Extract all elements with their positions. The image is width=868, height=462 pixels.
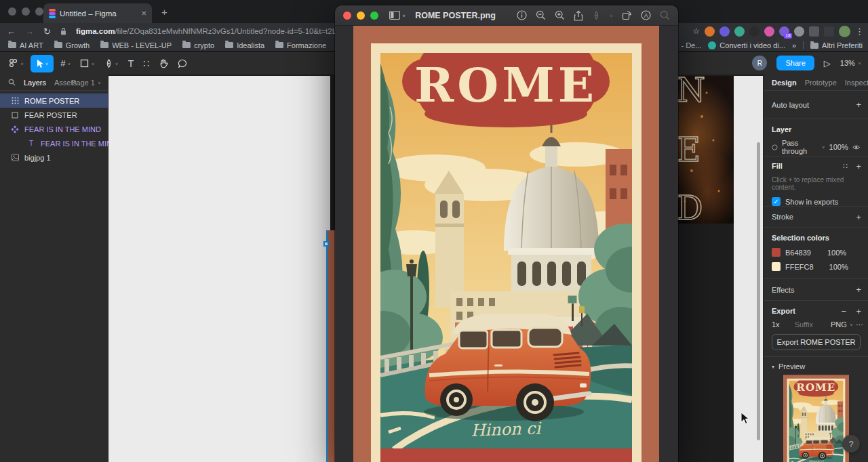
export-button[interactable]: Export ROME POSTER [772, 334, 861, 350]
selection-handle[interactable] [323, 241, 329, 247]
blend-mode-select[interactable]: Pass through [782, 139, 817, 155]
rotate-icon[interactable] [622, 10, 632, 20]
shape-tool-button[interactable]: ∨ [77, 59, 97, 68]
blend-mode-icon[interactable] [772, 144, 778, 151]
layer-row-component[interactable]: FEAR IS IN THE MIND [0, 122, 108, 136]
color-opacity[interactable]: 100% [829, 263, 848, 271]
pen-tool-button[interactable]: ∨ [102, 59, 121, 68]
extension-icon-5[interactable] [764, 26, 774, 37]
user-avatar[interactable]: R [752, 56, 767, 70]
bookmark-item[interactable]: crypto [182, 41, 214, 49]
new-tab-button[interactable]: + [161, 6, 167, 18]
canvas-scrollbar[interactable] [757, 142, 760, 440]
export-settings-icon[interactable]: ··· [856, 320, 863, 329]
tab-inspect[interactable]: Inspect [845, 79, 868, 87]
extension-icon-6[interactable]: 18 [779, 26, 789, 37]
tab-layers[interactable]: Layers [24, 79, 46, 87]
back-icon[interactable]: ← [7, 26, 16, 37]
tab-close-icon[interactable]: × [141, 8, 146, 18]
tab-design[interactable]: Design [772, 79, 797, 87]
eye-icon[interactable] [852, 144, 860, 150]
move-tool-button[interactable]: ∨ [31, 55, 54, 72]
zoom-out-icon[interactable] [536, 10, 546, 20]
canvas-frame-white[interactable] [108, 76, 330, 462]
color-swatch[interactable] [772, 248, 781, 257]
browser-close-button[interactable] [8, 7, 16, 16]
stroke-add-icon[interactable]: + [856, 212, 861, 222]
frame-tool-button[interactable]: # ∨ [58, 58, 73, 68]
effects-add-icon[interactable]: + [856, 285, 861, 295]
ql-minimize-button[interactable] [357, 12, 365, 20]
color-hex[interactable]: B64839 [785, 249, 811, 257]
page-selector[interactable]: Page 1 ∨ [71, 79, 101, 87]
search-icon[interactable] [8, 79, 16, 86]
export-scale-select[interactable]: 1x [772, 320, 780, 329]
color-hex[interactable]: FFEFC8 [785, 263, 814, 271]
zoom-menu[interactable]: 13% ∨ [840, 59, 861, 67]
present-play-icon[interactable]: ▷ [824, 58, 831, 68]
ql-zoom-button[interactable] [370, 12, 378, 20]
bookmark-item[interactable]: Idealista [225, 41, 264, 49]
forward-icon[interactable]: → [25, 26, 34, 37]
markup-chevron-icon[interactable]: ∨ [610, 13, 613, 17]
quicklook-titlebar[interactable]: ∨ ROME POSTER.png ∨ A [335, 5, 678, 26]
ql-sidebar-toggle[interactable]: ∨ [389, 11, 406, 20]
export-add-icon[interactable]: + [856, 306, 861, 316]
preview-caret-icon[interactable]: ▾ [772, 364, 774, 370]
reload-icon[interactable]: ↻ [43, 26, 51, 37]
comment-tool-button[interactable] [175, 59, 190, 68]
extension-icon-2[interactable] [719, 26, 730, 37]
text-icon: T [128, 58, 134, 69]
bookmark-item[interactable]: WEB - LEVEL-UP [100, 41, 172, 49]
hand-tool-button[interactable] [156, 58, 171, 68]
bookmark-item[interactable]: Growth [54, 41, 90, 49]
browser-profile-avatar[interactable] [839, 26, 850, 37]
export-remove-icon[interactable]: − [841, 306, 846, 316]
help-button[interactable]: ? [842, 435, 860, 453]
tab-prototype[interactable]: Prototype [805, 79, 837, 87]
bookmarks-overflow-icon[interactable]: » [792, 41, 796, 49]
layer-row-rome-poster[interactable]: ROME POSTER [0, 93, 108, 108]
markup-pen-icon[interactable] [592, 11, 601, 20]
bookmark-item[interactable]: Formazione [275, 41, 326, 49]
search-icon[interactable] [660, 10, 670, 20]
ql-close-button[interactable] [343, 12, 351, 20]
text-tool-button[interactable]: T [125, 58, 137, 69]
bookmark-item[interactable]: Converti i video di... [708, 41, 785, 49]
color-opacity[interactable]: 100% [827, 249, 846, 257]
show-in-exports-checkbox[interactable]: ✓ [772, 197, 781, 206]
bookmark-star-icon[interactable]: ☆ [692, 26, 700, 36]
layer-row-fear-poster[interactable]: FEAR POSTER [0, 108, 108, 122]
layer-row-bigjpg[interactable]: bigjpg 1 [0, 150, 108, 165]
annotate-icon[interactable]: A [641, 10, 651, 20]
browser-minimize-button[interactable] [22, 7, 30, 16]
auto-layout-add-icon[interactable]: + [856, 100, 861, 110]
export-format-select[interactable]: PNG [831, 320, 847, 329]
side-panel-icon[interactable] [824, 26, 834, 37]
extension-icon-4[interactable] [749, 26, 760, 37]
browser-zoom-button[interactable] [35, 7, 43, 16]
bookmark-item[interactable]: Altri Preferiti [810, 41, 863, 49]
main-menu-icon[interactable]: ∨ [5, 58, 26, 68]
fill-add-icon[interactable]: + [856, 161, 861, 171]
url-text[interactable]: figma.com/file/ZOqa831eMwhNfNMRz3vGs1/Un… [76, 27, 335, 35]
share-button[interactable]: Share [776, 56, 814, 70]
extension-icon-1[interactable] [705, 26, 715, 37]
bookmark-item[interactable]: AI ART [8, 41, 43, 49]
extension-icon-7[interactable] [794, 26, 804, 37]
share-icon[interactable] [574, 10, 583, 21]
browser-menu-icon[interactable]: ⋮ [855, 26, 864, 37]
layer-row-text[interactable]: T FEAR IS IN THE MIND [0, 136, 108, 150]
info-icon[interactable] [517, 10, 527, 20]
zoom-in-icon[interactable] [555, 10, 565, 20]
browser-tab[interactable]: Untitled – Figma × [43, 3, 152, 23]
extensions-puzzle-icon[interactable] [809, 26, 819, 37]
extension-icon-3[interactable] [734, 26, 745, 37]
pen-icon [104, 59, 113, 68]
layer-opacity-value[interactable]: 100% [829, 143, 848, 151]
color-swatch[interactable] [772, 262, 781, 271]
resources-tool-button[interactable]: ∷ [140, 58, 152, 69]
export-suffix-input[interactable]: Suffix [795, 320, 813, 329]
fill-styles-icon[interactable]: ∷ [843, 162, 848, 171]
bookmark-item[interactable]: - De... [681, 41, 701, 49]
